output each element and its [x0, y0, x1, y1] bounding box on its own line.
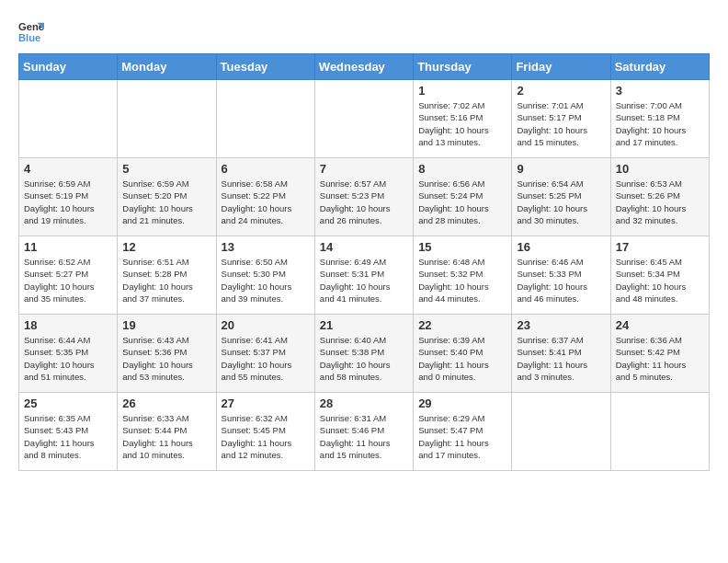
day-info: Sunrise: 6:39 AMSunset: 5:40 PMDaylight:…: [418, 334, 506, 383]
calendar-cell: 11Sunrise: 6:52 AMSunset: 5:27 PMDayligh…: [19, 236, 118, 315]
calendar-cell: [314, 80, 413, 158]
calendar-cell: 10Sunrise: 6:53 AMSunset: 5:26 PMDayligh…: [610, 158, 709, 236]
calendar-cell: 28Sunrise: 6:31 AMSunset: 5:46 PMDayligh…: [314, 393, 413, 471]
calendar-week-row: 11Sunrise: 6:52 AMSunset: 5:27 PMDayligh…: [19, 236, 710, 315]
day-number: 17: [616, 240, 704, 254]
page-header: General Blue: [18, 18, 710, 44]
day-info: Sunrise: 6:50 AMSunset: 5:30 PMDaylight:…: [222, 256, 310, 304]
calendar-cell: 12Sunrise: 6:51 AMSunset: 5:28 PMDayligh…: [118, 236, 216, 315]
calendar-cell: 13Sunrise: 6:50 AMSunset: 5:30 PMDayligh…: [216, 236, 314, 315]
calendar-cell: 24Sunrise: 6:36 AMSunset: 5:42 PMDayligh…: [610, 315, 709, 393]
day-number: 12: [122, 240, 210, 254]
day-number: 20: [222, 318, 310, 332]
calendar-cell: 23Sunrise: 6:37 AMSunset: 5:41 PMDayligh…: [512, 315, 610, 393]
calendar-cell: 1Sunrise: 7:02 AMSunset: 5:16 PMDaylight…: [414, 80, 512, 158]
day-number: 21: [320, 318, 408, 332]
day-number: 3: [616, 84, 704, 98]
day-info: Sunrise: 6:52 AMSunset: 5:27 PMDaylight:…: [24, 256, 112, 304]
calendar-cell: 14Sunrise: 6:49 AMSunset: 5:31 PMDayligh…: [314, 236, 413, 315]
calendar-cell: [512, 393, 610, 471]
day-number: 2: [517, 84, 605, 98]
svg-text:Blue: Blue: [18, 32, 40, 43]
day-info: Sunrise: 6:45 AMSunset: 5:34 PMDaylight:…: [616, 256, 704, 304]
day-info: Sunrise: 6:41 AMSunset: 5:37 PMDaylight:…: [222, 334, 310, 383]
day-number: 27: [222, 396, 310, 410]
day-number: 22: [418, 318, 506, 332]
day-number: 23: [517, 318, 605, 332]
calendar-cell: 21Sunrise: 6:40 AMSunset: 5:38 PMDayligh…: [314, 315, 413, 393]
day-header-monday: Monday: [118, 54, 216, 80]
day-header-wednesday: Wednesday: [314, 54, 413, 80]
day-number: 5: [122, 162, 210, 176]
day-number: 13: [222, 240, 310, 254]
day-info: Sunrise: 6:32 AMSunset: 5:45 PMDaylight:…: [222, 412, 310, 461]
calendar-cell: 16Sunrise: 6:46 AMSunset: 5:33 PMDayligh…: [512, 236, 610, 315]
calendar-cell: 27Sunrise: 6:32 AMSunset: 5:45 PMDayligh…: [216, 393, 314, 471]
day-header-sunday: Sunday: [19, 54, 118, 80]
day-info: Sunrise: 6:46 AMSunset: 5:33 PMDaylight:…: [517, 256, 605, 304]
day-number: 8: [418, 162, 506, 176]
day-number: 7: [320, 162, 408, 176]
day-info: Sunrise: 6:59 AMSunset: 5:20 PMDaylight:…: [122, 178, 210, 226]
day-info: Sunrise: 7:01 AMSunset: 5:17 PMDaylight:…: [517, 99, 605, 148]
day-number: 29: [418, 396, 506, 410]
day-info: Sunrise: 6:59 AMSunset: 5:19 PMDaylight:…: [24, 178, 112, 226]
calendar-table: SundayMondayTuesdayWednesdayThursdayFrid…: [18, 53, 710, 471]
day-header-friday: Friday: [512, 54, 610, 80]
calendar-cell: 15Sunrise: 6:48 AMSunset: 5:32 PMDayligh…: [414, 236, 512, 315]
day-number: 10: [616, 162, 704, 176]
day-number: 1: [418, 84, 506, 98]
day-info: Sunrise: 6:33 AMSunset: 5:44 PMDaylight:…: [122, 412, 210, 461]
day-info: Sunrise: 6:53 AMSunset: 5:26 PMDaylight:…: [616, 178, 704, 226]
logo: General Blue: [18, 18, 48, 44]
day-number: 25: [24, 396, 112, 410]
calendar-cell: 20Sunrise: 6:41 AMSunset: 5:37 PMDayligh…: [216, 315, 314, 393]
day-number: 16: [517, 240, 605, 254]
calendar-cell: 5Sunrise: 6:59 AMSunset: 5:20 PMDaylight…: [118, 158, 216, 236]
calendar-cell: 18Sunrise: 6:44 AMSunset: 5:35 PMDayligh…: [19, 315, 118, 393]
calendar-cell: 4Sunrise: 6:59 AMSunset: 5:19 PMDaylight…: [19, 158, 118, 236]
day-number: 28: [320, 396, 408, 410]
day-number: 15: [418, 240, 506, 254]
day-info: Sunrise: 6:51 AMSunset: 5:28 PMDaylight:…: [122, 256, 210, 304]
day-number: 18: [24, 318, 112, 332]
day-info: Sunrise: 6:37 AMSunset: 5:41 PMDaylight:…: [517, 334, 605, 383]
calendar-cell: 19Sunrise: 6:43 AMSunset: 5:36 PMDayligh…: [118, 315, 216, 393]
day-info: Sunrise: 6:57 AMSunset: 5:23 PMDaylight:…: [320, 178, 408, 226]
day-info: Sunrise: 6:56 AMSunset: 5:24 PMDaylight:…: [418, 178, 506, 226]
day-number: 19: [122, 318, 210, 332]
day-number: 14: [320, 240, 408, 254]
day-info: Sunrise: 6:43 AMSunset: 5:36 PMDaylight:…: [122, 334, 210, 383]
day-info: Sunrise: 6:54 AMSunset: 5:25 PMDaylight:…: [517, 178, 605, 226]
day-info: Sunrise: 6:29 AMSunset: 5:47 PMDaylight:…: [418, 412, 506, 461]
day-number: 4: [24, 162, 112, 176]
calendar-cell: 2Sunrise: 7:01 AMSunset: 5:17 PMDaylight…: [512, 80, 610, 158]
day-number: 6: [222, 162, 310, 176]
day-header-tuesday: Tuesday: [216, 54, 314, 80]
calendar-cell: [19, 80, 118, 158]
calendar-week-row: 25Sunrise: 6:35 AMSunset: 5:43 PMDayligh…: [19, 393, 710, 471]
day-info: Sunrise: 6:31 AMSunset: 5:46 PMDaylight:…: [320, 412, 408, 461]
logo-icon: General Blue: [18, 18, 44, 44]
day-info: Sunrise: 7:00 AMSunset: 5:18 PMDaylight:…: [616, 99, 704, 148]
day-info: Sunrise: 6:58 AMSunset: 5:22 PMDaylight:…: [222, 178, 310, 226]
calendar-cell: [118, 80, 216, 158]
calendar-cell: 22Sunrise: 6:39 AMSunset: 5:40 PMDayligh…: [414, 315, 512, 393]
calendar-cell: 26Sunrise: 6:33 AMSunset: 5:44 PMDayligh…: [118, 393, 216, 471]
calendar-cell: [216, 80, 314, 158]
day-info: Sunrise: 6:44 AMSunset: 5:35 PMDaylight:…: [24, 334, 112, 383]
calendar-cell: 25Sunrise: 6:35 AMSunset: 5:43 PMDayligh…: [19, 393, 118, 471]
calendar-week-row: 4Sunrise: 6:59 AMSunset: 5:19 PMDaylight…: [19, 158, 710, 236]
calendar-cell: [610, 393, 709, 471]
day-number: 9: [517, 162, 605, 176]
calendar-cell: 17Sunrise: 6:45 AMSunset: 5:34 PMDayligh…: [610, 236, 709, 315]
calendar-cell: 8Sunrise: 6:56 AMSunset: 5:24 PMDaylight…: [414, 158, 512, 236]
calendar-cell: 3Sunrise: 7:00 AMSunset: 5:18 PMDaylight…: [610, 80, 709, 158]
calendar-week-row: 18Sunrise: 6:44 AMSunset: 5:35 PMDayligh…: [19, 315, 710, 393]
day-header-saturday: Saturday: [610, 54, 709, 80]
day-number: 24: [616, 318, 704, 332]
day-header-thursday: Thursday: [414, 54, 512, 80]
calendar-week-row: 1Sunrise: 7:02 AMSunset: 5:16 PMDaylight…: [19, 80, 710, 158]
calendar-cell: 29Sunrise: 6:29 AMSunset: 5:47 PMDayligh…: [414, 393, 512, 471]
calendar-cell: 6Sunrise: 6:58 AMSunset: 5:22 PMDaylight…: [216, 158, 314, 236]
